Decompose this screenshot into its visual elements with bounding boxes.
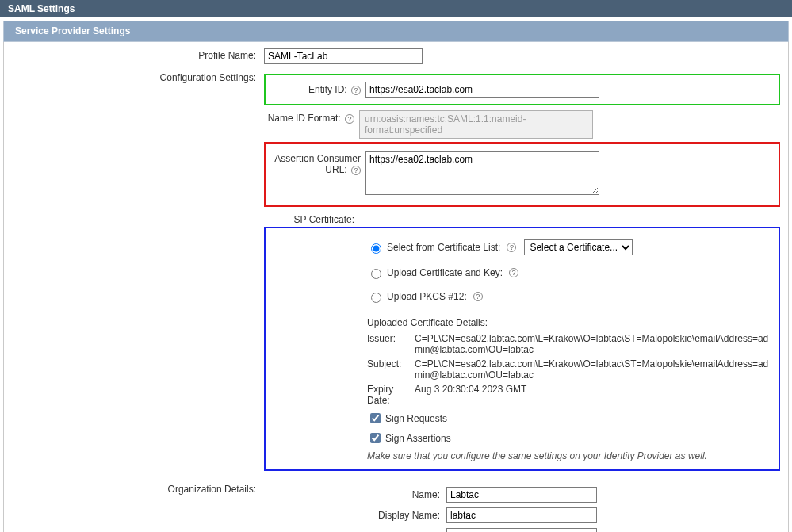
org-name-input[interactable] bbox=[446, 487, 597, 503]
acs-url-label: Assertion Consumer URL: bbox=[274, 153, 361, 175]
sign-assertions-checkbox[interactable] bbox=[370, 433, 381, 443]
form-body: Profile Name: Configuration Settings: En… bbox=[3, 42, 789, 532]
help-icon[interactable]: ? bbox=[509, 268, 518, 277]
cert-mode-pkcs12-label: Upload PKCS #12: bbox=[387, 291, 467, 302]
uploaded-details-heading: Uploaded Certificate Details: bbox=[367, 317, 772, 328]
cert-expiry-label: Expiry Date: bbox=[367, 384, 415, 406]
cert-expiry-value: Aug 3 20:30:04 2023 GMT bbox=[415, 384, 772, 406]
cert-issuer-label: Issuer: bbox=[367, 333, 415, 355]
section-title: Service Provider Settings bbox=[15, 25, 130, 36]
config-settings-label: Configuration Settings: bbox=[12, 69, 264, 83]
cert-issuer-value: C=PL\CN=esa02.labtac.com\L=Krakow\O=labt… bbox=[415, 333, 772, 355]
sign-requests-checkbox[interactable] bbox=[370, 413, 381, 423]
cert-mode-upload-label: Upload Certificate and Key: bbox=[387, 267, 503, 278]
profile-name-input[interactable] bbox=[264, 48, 423, 64]
help-icon[interactable]: ? bbox=[345, 114, 354, 124]
entity-id-label: Entity ID: bbox=[308, 84, 347, 95]
help-icon[interactable]: ? bbox=[507, 243, 516, 252]
cert-mode-list-label: Select from Certificate List: bbox=[387, 242, 500, 253]
acs-url-highlight-box: Assertion Consumer URL: ? bbox=[264, 142, 780, 207]
idp-note: Make sure that you configure the same se… bbox=[367, 450, 772, 461]
help-icon[interactable]: ? bbox=[351, 86, 361, 95]
cert-select[interactable]: Select a Certificate... bbox=[524, 239, 633, 255]
org-name-label: Name: bbox=[351, 489, 446, 500]
sp-cert-highlight-box: Select from Certificate List: ? Select a… bbox=[264, 227, 780, 471]
org-url-input[interactable] bbox=[446, 528, 597, 532]
section-header: Service Provider Settings bbox=[3, 21, 789, 42]
sign-assertions-label: Sign Assertions bbox=[385, 433, 451, 444]
org-display-name-input[interactable] bbox=[446, 507, 597, 523]
cert-mode-upload-radio[interactable] bbox=[371, 269, 381, 279]
org-display-name-label: Display Name: bbox=[351, 510, 446, 521]
entity-id-input[interactable] bbox=[365, 82, 599, 98]
profile-name-label: Profile Name: bbox=[12, 47, 264, 61]
entity-id-highlight-box: Entity ID: ? bbox=[264, 74, 780, 105]
sp-cert-label: SP Certificate: bbox=[294, 214, 354, 225]
help-icon[interactable]: ? bbox=[473, 292, 483, 301]
acs-url-input[interactable] bbox=[365, 151, 599, 195]
name-id-format-value: urn:oasis:names:tc:SAML:1.1:nameid-forma… bbox=[359, 110, 593, 139]
name-id-format-label: Name ID Format: bbox=[268, 113, 341, 124]
page-header: SAML Settings bbox=[0, 0, 792, 17]
help-icon[interactable]: ? bbox=[351, 166, 361, 175]
cert-mode-pkcs12-radio[interactable] bbox=[371, 293, 381, 303]
cert-subject-label: Subject: bbox=[367, 358, 415, 381]
page-title: SAML Settings bbox=[8, 3, 75, 14]
cert-subject-value: C=PL\CN=esa02.labtac.com\L=Krakow\O=labt… bbox=[415, 358, 772, 381]
org-details-label: Organization Details: bbox=[12, 480, 264, 495]
cert-mode-list-radio[interactable] bbox=[371, 243, 381, 254]
sign-requests-label: Sign Requests bbox=[385, 413, 447, 424]
